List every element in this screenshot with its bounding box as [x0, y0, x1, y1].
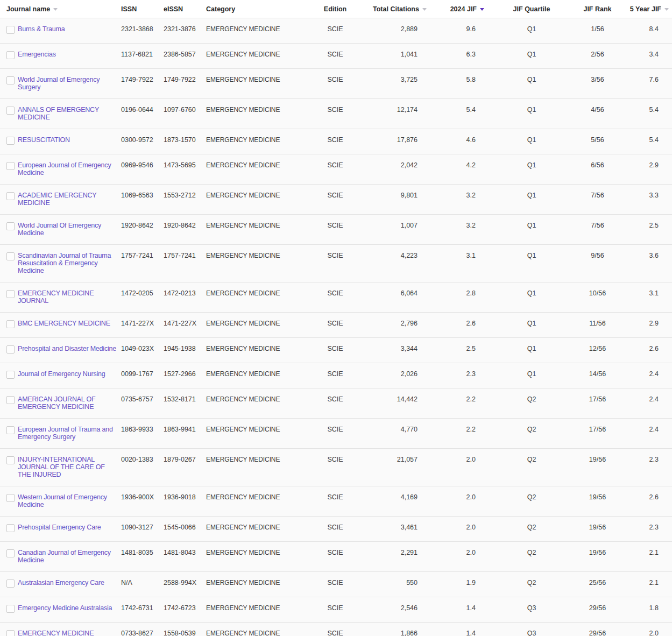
- category-cell: EMERGENCY MEDICINE: [206, 419, 298, 449]
- column-header-2024-jif[interactable]: 2024 JIF: [437, 0, 494, 18]
- journal-name-link[interactable]: Burns & Trauma: [18, 25, 65, 33]
- jif-2024-cell: 4.6: [437, 129, 494, 154]
- journal-name-link[interactable]: Australasian Emergency Care: [18, 579, 104, 586]
- row-checkbox[interactable]: [6, 549, 15, 557]
- category-cell: EMERGENCY MEDICINE: [206, 313, 298, 338]
- journal-name-link[interactable]: World Journal of Emergency Surgery: [18, 76, 118, 91]
- row-checkbox[interactable]: [6, 494, 15, 502]
- eissn-cell: 1473-5695: [164, 154, 206, 185]
- table-row: Prehospital Emergency Care 1090-3127 154…: [0, 517, 672, 542]
- jif-quartile-cell: Q1: [494, 338, 569, 363]
- journal-name-cell: Scandinavian Journal of Trauma Resuscita…: [18, 245, 121, 282]
- row-checkbox[interactable]: [6, 396, 15, 404]
- row-checkbox[interactable]: [6, 456, 15, 464]
- jif-2024-cell: 2.0: [437, 486, 494, 517]
- journal-name-link[interactable]: World Journal Of Emergency Medicine: [18, 222, 118, 237]
- journal-name-link[interactable]: European Journal of Emergency Medicine: [18, 161, 118, 176]
- table-row: AMERICAN JOURNAL OF EMERGENCY MEDICINE 0…: [0, 388, 672, 419]
- total-citations-cell: 9,801: [373, 185, 437, 215]
- column-header-edition: Edition: [298, 0, 373, 18]
- category-cell: EMERGENCY MEDICINE: [206, 69, 298, 99]
- sort-icon: [664, 8, 669, 11]
- five-year-jif-cell: 2.3: [626, 449, 672, 486]
- journal-name-link[interactable]: RESUSCITATION: [18, 136, 70, 144]
- checkbox-cell: [0, 363, 18, 388]
- row-checkbox[interactable]: [6, 26, 15, 34]
- total-citations-cell: 2,042: [373, 154, 437, 185]
- jif-quartile-cell: Q1: [494, 215, 569, 245]
- edition-cell: SCIE: [298, 449, 373, 486]
- jif-2024-cell: 1.4: [437, 597, 494, 623]
- five-year-jif-cell: 3.4: [626, 44, 672, 69]
- table-row: INJURY-INTERNATIONAL JOURNAL OF THE CARE…: [0, 449, 672, 486]
- journal-name-link[interactable]: Emergencias: [18, 51, 56, 58]
- column-header-label: 5 Year JIF: [630, 5, 661, 13]
- row-checkbox[interactable]: [6, 107, 15, 115]
- row-checkbox[interactable]: [6, 345, 15, 354]
- edition-cell: SCIE: [298, 18, 373, 44]
- edition-cell: SCIE: [298, 517, 373, 542]
- jif-quartile-cell: Q1: [494, 44, 569, 69]
- column-header-total-citations[interactable]: Total Citations: [373, 0, 437, 18]
- eissn-cell: 1553-2712: [164, 185, 206, 215]
- journal-name-link[interactable]: EMERGENCY MEDICINE JOURNAL: [18, 289, 118, 305]
- row-checkbox[interactable]: [6, 162, 15, 170]
- total-citations-cell: 14,442: [373, 388, 437, 419]
- row-checkbox[interactable]: [6, 192, 15, 200]
- journal-name-link[interactable]: EMERGENCY MEDICINE CLINICS OF NORTH AMER…: [18, 630, 118, 636]
- journals-table-body: Burns & Trauma 2321-3868 2321-3876 EMERG…: [0, 18, 672, 636]
- journal-name-link[interactable]: European Journal of Trauma and Emergency…: [18, 426, 118, 441]
- journal-name-link[interactable]: INJURY-INTERNATIONAL JOURNAL OF THE CARE…: [18, 456, 118, 478]
- row-checkbox[interactable]: [6, 222, 15, 230]
- journal-name-link[interactable]: Prehospital and Disaster Medicine: [18, 345, 116, 352]
- row-checkbox[interactable]: [6, 605, 15, 613]
- jif-rank-cell: 9/56: [569, 245, 626, 282]
- eissn-cell: 1545-0066: [164, 517, 206, 542]
- eissn-cell: 1472-0213: [164, 282, 206, 313]
- journal-name-link[interactable]: ACADEMIC EMERGENCY MEDICINE: [18, 192, 118, 207]
- sort-icon: [53, 8, 58, 11]
- checkbox-cell: [0, 313, 18, 338]
- issn-cell: 0969-9546: [121, 154, 164, 185]
- five-year-jif-cell: 2.4: [626, 419, 672, 449]
- category-cell: EMERGENCY MEDICINE: [206, 215, 298, 245]
- jif-rank-cell: 25/56: [569, 572, 626, 597]
- row-checkbox[interactable]: [6, 630, 15, 636]
- total-citations-cell: 17,876: [373, 129, 437, 154]
- jif-2024-cell: 1.4: [437, 623, 494, 636]
- row-checkbox[interactable]: [6, 51, 15, 59]
- row-checkbox[interactable]: [6, 320, 15, 328]
- row-checkbox[interactable]: [6, 426, 15, 434]
- five-year-jif-cell: 2.4: [626, 363, 672, 388]
- checkbox-cell: [0, 388, 18, 419]
- issn-cell: 1742-6731: [121, 597, 164, 623]
- total-citations-cell: 2,796: [373, 313, 437, 338]
- journal-name-link[interactable]: AMERICAN JOURNAL OF EMERGENCY MEDICINE: [18, 395, 118, 411]
- journal-name-link[interactable]: Journal of Emergency Nursing: [18, 370, 105, 378]
- journal-name-link[interactable]: Scandinavian Journal of Trauma Resuscita…: [18, 252, 118, 274]
- jif-quartile-cell: Q2: [494, 542, 569, 572]
- five-year-jif-cell: 2.4: [626, 388, 672, 419]
- row-checkbox[interactable]: [6, 137, 15, 145]
- row-checkbox[interactable]: [6, 252, 15, 260]
- row-checkbox[interactable]: [6, 524, 15, 532]
- journal-name-link[interactable]: Canadian Journal of Emergency Medicine: [18, 549, 118, 564]
- journal-name-link[interactable]: BMC EMERGENCY MEDICINE: [18, 320, 110, 327]
- journal-name-cell: World Journal of Emergency Surgery: [18, 69, 121, 99]
- row-checkbox[interactable]: [6, 290, 15, 298]
- sort-icon: [422, 8, 427, 11]
- issn-cell: 0099-1767: [121, 363, 164, 388]
- journal-name-link[interactable]: Prehospital Emergency Care: [18, 524, 101, 531]
- journal-name-link[interactable]: ANNALS OF EMERGENCY MEDICINE: [18, 106, 118, 121]
- row-checkbox[interactable]: [6, 371, 15, 379]
- eissn-cell: 1749-7922: [164, 69, 206, 99]
- journal-name-link[interactable]: Emergency Medicine Australasia: [18, 604, 112, 612]
- column-header-jif-quartile: JIF Quartile: [494, 0, 569, 18]
- issn-cell: 1069-6563: [121, 185, 164, 215]
- row-checkbox[interactable]: [6, 76, 15, 84]
- column-header-5-year-jif[interactable]: 5 Year JIF: [626, 0, 672, 18]
- journal-name-cell: European Journal of Emergency Medicine: [18, 154, 121, 185]
- row-checkbox[interactable]: [6, 580, 15, 588]
- journal-name-link[interactable]: Western Journal of Emergency Medicine: [18, 493, 118, 508]
- column-header-journal-name[interactable]: Journal name: [0, 0, 121, 18]
